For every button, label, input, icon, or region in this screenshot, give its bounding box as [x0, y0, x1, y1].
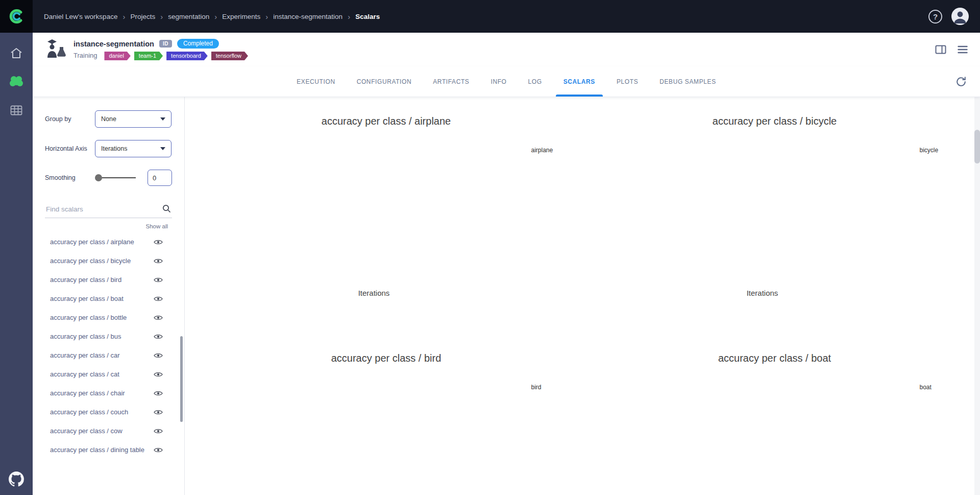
show-all-link[interactable]: Show all — [45, 223, 168, 229]
scalar-list-item[interactable]: accuracy per class / bicycle — [45, 251, 168, 270]
chart-xlabel: Iterations — [204, 289, 521, 297]
scalar-name: accuracy per class / cat — [50, 370, 119, 378]
group-by-value: None — [101, 115, 116, 123]
sidebar-item-home[interactable] — [0, 39, 33, 67]
chart-legend[interactable]: airplane — [521, 147, 569, 287]
chart-legend[interactable]: boat — [909, 384, 957, 495]
slider-knob[interactable] — [95, 174, 102, 181]
scalar-list-item[interactable]: accuracy per class / bird — [45, 270, 168, 289]
smoothing-slider[interactable] — [95, 174, 136, 181]
breadcrumb-item[interactable]: Daniel Lew's workspace — [44, 13, 117, 20]
eye-icon[interactable] — [154, 390, 163, 396]
chevron-down-icon — [160, 147, 165, 150]
brain-icon — [9, 75, 24, 88]
tab-debug-samples[interactable]: DEBUG SAMPLES — [649, 66, 727, 97]
eye-icon[interactable] — [154, 315, 163, 321]
breadcrumb-item[interactable]: Experiments — [222, 13, 260, 20]
horizontal-axis-select[interactable]: Iterations — [95, 140, 172, 157]
avatar[interactable] — [951, 8, 969, 25]
refresh-icon[interactable] — [955, 76, 967, 87]
smoothing-input[interactable] — [148, 170, 172, 186]
line-chart[interactable] — [204, 133, 521, 287]
menu-icon[interactable] — [958, 45, 968, 54]
chart-title: accuracy per class / airplane — [322, 115, 451, 127]
github-link[interactable] — [0, 472, 33, 487]
details-view-icon[interactable] — [935, 45, 946, 54]
clearml-logo-icon — [7, 7, 26, 26]
breadcrumb-item[interactable]: Projects — [130, 13, 155, 20]
breadcrumb-item[interactable]: instance-segmentation — [273, 13, 342, 20]
eye-icon[interactable] — [154, 239, 163, 245]
page-scrollbar-thumb[interactable] — [974, 130, 980, 163]
group-by-select[interactable]: None — [95, 110, 172, 128]
experiment-tag[interactable]: team-1 — [134, 52, 163, 60]
eye-icon[interactable] — [154, 352, 163, 359]
eye-icon[interactable] — [154, 296, 163, 302]
chart-card-boat: accuracy per class / boat boat — [580, 341, 969, 495]
page-scrollbar[interactable] — [974, 97, 980, 495]
line-chart[interactable] — [204, 370, 521, 495]
group-by-label: Group by — [45, 115, 95, 123]
breadcrumb-item[interactable]: Scalars — [355, 13, 380, 20]
eye-icon[interactable] — [154, 371, 163, 378]
chart-legend[interactable]: bird — [521, 384, 569, 495]
eye-icon[interactable] — [154, 258, 163, 264]
breadcrumb-separator: › — [122, 12, 125, 21]
experiment-tag[interactable]: tensorboard — [166, 52, 208, 60]
charts-grid: accuracy per class / airplane airplane I… — [185, 97, 980, 495]
tab-log[interactable]: LOG — [518, 66, 553, 97]
scalars-content: Group by None Horizontal Axis Iterations… — [33, 97, 980, 495]
line-chart[interactable] — [593, 133, 909, 287]
tab-execution[interactable]: EXECUTION — [286, 66, 346, 97]
scalar-name: accuracy per class / bicycle — [50, 257, 131, 265]
chevron-down-icon — [160, 117, 165, 121]
horizontal-axis-value: Iterations — [101, 145, 127, 152]
tab-plots[interactable]: PLOTS — [606, 66, 649, 97]
sidebar-item-projects[interactable] — [0, 67, 33, 96]
chart-title: accuracy per class / bird — [331, 352, 442, 364]
tab-bar-tabs: EXECUTIONCONFIGURATIONARTIFACTSINFOLOGSC… — [286, 66, 727, 97]
sidebar-item-datasets[interactable] — [0, 96, 33, 125]
scalar-list-item[interactable]: accuracy per class / cat — [45, 365, 168, 384]
line-chart[interactable] — [593, 370, 909, 495]
table-grid-icon — [10, 105, 22, 115]
breadcrumb-item[interactable]: segmentation — [168, 13, 209, 20]
panel-scrollbar[interactable] — [180, 336, 183, 422]
eye-icon[interactable] — [154, 334, 163, 340]
scalar-list-item[interactable]: accuracy per class / car — [45, 346, 168, 365]
smoothing-label: Smoothing — [45, 174, 95, 181]
tab-artifacts[interactable]: ARTIFACTS — [422, 66, 480, 97]
tab-scalars[interactable]: SCALARS — [553, 66, 606, 97]
chart-title: accuracy per class / bicycle — [713, 115, 837, 127]
experiment-tag[interactable]: daniel — [104, 52, 130, 60]
search-icon[interactable] — [162, 204, 171, 215]
scalar-name: accuracy per class / boat — [50, 295, 124, 302]
eye-icon[interactable] — [154, 409, 163, 415]
id-badge[interactable]: ID — [159, 40, 172, 48]
clearml-logo[interactable] — [0, 0, 33, 33]
scalar-name: accuracy per class / bottle — [50, 314, 127, 321]
eye-icon[interactable] — [154, 428, 163, 434]
side-nav — [0, 33, 33, 495]
chart-legend[interactable]: bicycle — [909, 147, 957, 287]
experiment-type-label: Training — [74, 52, 97, 59]
eye-icon[interactable] — [154, 277, 163, 283]
chart-card-airplane: accuracy per class / airplane airplane I… — [192, 104, 580, 335]
tab-info[interactable]: INFO — [480, 66, 517, 97]
tab-configuration[interactable]: CONFIGURATION — [346, 66, 423, 97]
scalar-name: accuracy per class / chair — [50, 389, 125, 397]
help-icon[interactable]: ? — [928, 10, 942, 23]
scalar-list-item[interactable]: accuracy per class / chair — [45, 384, 168, 403]
scalar-list-item[interactable]: accuracy per class / airplane — [45, 232, 168, 251]
scalar-list-item[interactable]: accuracy per class / boat — [45, 289, 168, 308]
experiment-title: instance-segmentation — [74, 40, 154, 48]
eye-icon[interactable] — [154, 447, 163, 453]
scalars-settings-panel: Group by None Horizontal Axis Iterations… — [33, 97, 185, 495]
scalar-list-item[interactable]: accuracy per class / cow — [45, 421, 168, 440]
scalar-list-item[interactable]: accuracy per class / bus — [45, 327, 168, 346]
scalar-list-item[interactable]: accuracy per class / dining table — [45, 440, 168, 459]
find-scalars-input[interactable] — [45, 203, 172, 218]
scalar-list-item[interactable]: accuracy per class / couch — [45, 403, 168, 421]
scalar-list-item[interactable]: accuracy per class / bottle — [45, 308, 168, 327]
experiment-tag[interactable]: tensorflow — [211, 52, 248, 60]
